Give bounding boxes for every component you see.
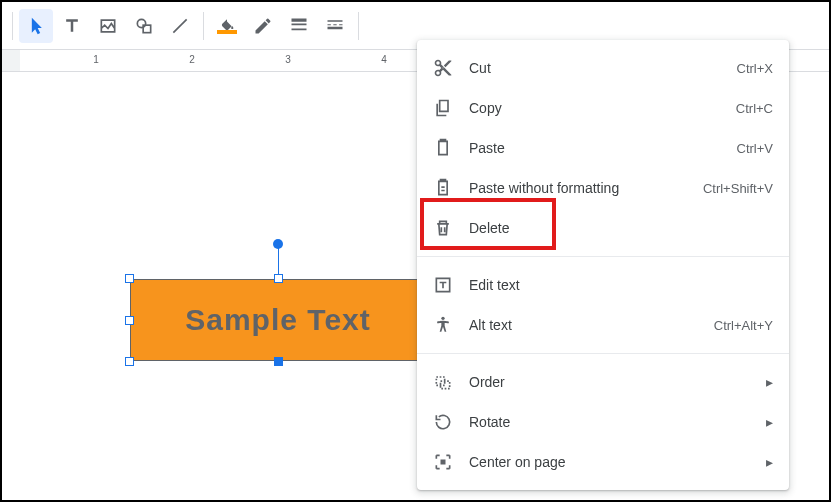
paste-plain-icon (433, 178, 453, 198)
resize-handle-tc[interactable] (274, 274, 283, 283)
shape-tool[interactable] (127, 9, 161, 43)
text-tool[interactable] (55, 9, 89, 43)
cut-icon (433, 58, 453, 78)
ruler-margin-left (2, 50, 20, 71)
menu-alt-text[interactable]: Alt text Ctrl+Alt+Y (417, 305, 789, 345)
trash-icon (433, 218, 453, 238)
menu-center-on-page[interactable]: Center on page ▸ (417, 442, 789, 482)
fill-color-swatch (217, 30, 237, 34)
menu-cut[interactable]: Cut Ctrl+X (417, 48, 789, 88)
border-dash-tool[interactable] (318, 9, 352, 43)
rotate-connector (278, 247, 279, 274)
menu-separator (417, 256, 789, 257)
cursor-icon (26, 16, 46, 36)
menu-label: Center on page (469, 454, 766, 470)
menu-shortcut: Ctrl+X (737, 61, 773, 76)
menu-shortcut: Ctrl+Shift+V (703, 181, 773, 196)
menu-order[interactable]: Order ▸ (417, 362, 789, 402)
order-icon (433, 372, 453, 392)
menu-edit-text[interactable]: Edit text (417, 265, 789, 305)
menu-label: Paste without formatting (469, 180, 703, 196)
resize-handle-bc[interactable] (274, 357, 283, 366)
border-weight-tool[interactable] (282, 9, 316, 43)
menu-rotate[interactable]: Rotate ▸ (417, 402, 789, 442)
menu-label: Paste (469, 140, 737, 156)
menu-delete[interactable]: Delete (417, 208, 789, 248)
menu-shortcut: Ctrl+C (736, 101, 773, 116)
menu-separator (417, 353, 789, 354)
line-tool[interactable] (163, 9, 197, 43)
toolbar-separator (12, 12, 13, 40)
menu-label: Edit text (469, 277, 773, 293)
select-tool[interactable] (19, 9, 53, 43)
rotate-icon (433, 412, 453, 432)
text-box-shape[interactable]: Sample Text (130, 279, 426, 361)
ruler-tick: 2 (189, 54, 195, 65)
ruler-tick: 4 (381, 54, 387, 65)
menu-paste-without-formatting[interactable]: Paste without formatting Ctrl+Shift+V (417, 168, 789, 208)
menu-label: Order (469, 374, 766, 390)
resize-handle-ml[interactable] (125, 316, 134, 325)
submenu-arrow-icon: ▸ (766, 374, 773, 390)
toolbar-separator (358, 12, 359, 40)
context-menu: Cut Ctrl+X Copy Ctrl+C Paste Ctrl+V Past… (417, 40, 789, 490)
menu-paste[interactable]: Paste Ctrl+V (417, 128, 789, 168)
svg-line-2 (173, 19, 186, 32)
submenu-arrow-icon: ▸ (766, 414, 773, 430)
fill-color-tool[interactable] (210, 9, 244, 43)
ruler-tick: 1 (93, 54, 99, 65)
copy-icon (433, 98, 453, 118)
shape-icon (134, 16, 154, 36)
menu-label: Rotate (469, 414, 766, 430)
rotate-handle[interactable] (273, 239, 283, 249)
menu-label: Copy (469, 100, 736, 116)
edit-text-icon (433, 275, 453, 295)
menu-label: Cut (469, 60, 737, 76)
svg-point-3 (441, 317, 444, 320)
border-color-tool[interactable] (246, 9, 280, 43)
shape-text: Sample Text (185, 303, 371, 337)
resize-handle-tl[interactable] (125, 274, 134, 283)
center-icon (433, 452, 453, 472)
image-icon (98, 16, 118, 36)
svg-point-0 (137, 19, 145, 27)
selected-shape[interactable]: Sample Text (130, 279, 426, 361)
text-icon (62, 16, 82, 36)
accessibility-icon (433, 315, 453, 335)
toolbar-separator (203, 12, 204, 40)
submenu-arrow-icon: ▸ (766, 454, 773, 470)
menu-label: Delete (469, 220, 773, 236)
image-tool[interactable] (91, 9, 125, 43)
line-dash-icon (325, 16, 345, 36)
pencil-icon (253, 16, 273, 36)
menu-shortcut: Ctrl+V (737, 141, 773, 156)
menu-copy[interactable]: Copy Ctrl+C (417, 88, 789, 128)
menu-label: Alt text (469, 317, 714, 333)
app-window: 1 2 3 4 Sample Text Cut Ctrl+X (0, 0, 831, 502)
svg-rect-4 (441, 460, 446, 465)
line-icon (170, 16, 190, 36)
line-weight-icon (289, 16, 309, 36)
ruler-tick: 3 (285, 54, 291, 65)
resize-handle-bl[interactable] (125, 357, 134, 366)
menu-shortcut: Ctrl+Alt+Y (714, 318, 773, 333)
paste-icon (433, 138, 453, 158)
